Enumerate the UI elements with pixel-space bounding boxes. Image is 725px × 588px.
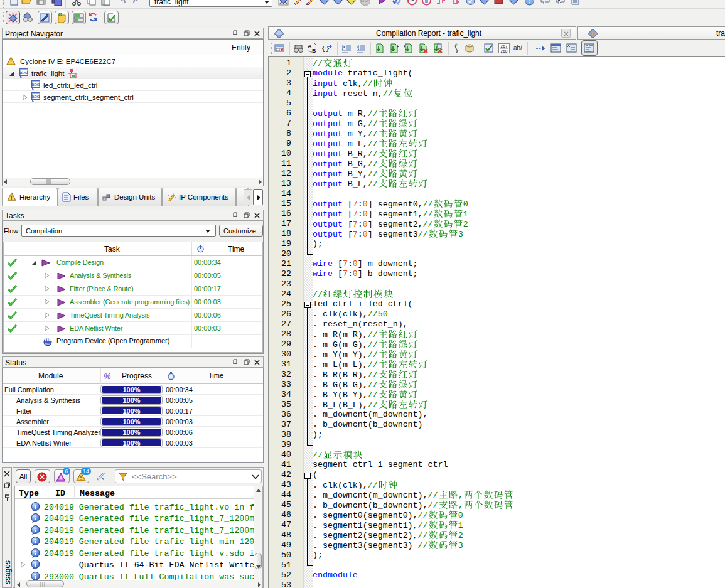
svg-text:abc: abc	[589, 31, 596, 36]
svg-text:?: ?	[528, 0, 531, 4]
svg-text:ab/: ab/	[513, 45, 522, 51]
svg-text:abd: abd	[19, 70, 28, 75]
svg-text:B: B	[312, 48, 316, 54]
svg-text:267: 267	[501, 44, 508, 48]
svg-text:STOP: STOP	[361, 0, 370, 3]
svg-text:268: 268	[501, 49, 508, 53]
svg-text:abd: abd	[31, 82, 40, 87]
svg-text:A: A	[308, 43, 312, 50]
svg-text:abd: abd	[31, 94, 40, 99]
